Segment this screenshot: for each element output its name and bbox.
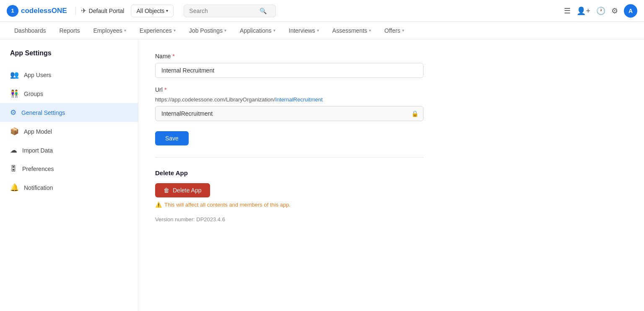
logo-icon: 1 <box>7 5 18 17</box>
lock-icon: 🔒 <box>411 110 418 117</box>
url-link[interactable]: InternalRecruitment <box>275 96 322 103</box>
search-bar: 🔍 <box>184 5 276 17</box>
gear-icon: ⚙ <box>10 108 16 117</box>
box-icon: 📦 <box>10 127 19 136</box>
url-display: https://app.codelessone.com/LibraryOrgan… <box>155 96 423 103</box>
logo[interactable]: 1 codelessONE <box>7 5 67 17</box>
nav-assessments[interactable]: Assessments ▾ <box>327 24 377 37</box>
chevron-down-icon: ▾ <box>174 28 176 33</box>
version-number: Version number: DP2023.4.6 <box>155 216 423 223</box>
chevron-down-icon: ▾ <box>124 28 126 33</box>
warning-text: ⚠️ This will affect all contents and mem… <box>155 202 423 208</box>
search-icon: 🔍 <box>260 8 267 14</box>
sidebar-item-app-model[interactable]: 📦 App Model <box>0 122 138 141</box>
sidebar-item-app-users[interactable]: 👥 App Users <box>0 65 138 84</box>
add-user-icon[interactable]: 👤+ <box>576 6 590 16</box>
chevron-down-icon: ▾ <box>166 8 168 13</box>
warning-icon: ⚠️ <box>155 202 162 208</box>
all-objects-dropdown[interactable]: All Objects ▾ <box>131 5 174 17</box>
nav-offers[interactable]: Offers ▾ <box>379 24 410 37</box>
sidebar-title: App Settings <box>0 49 138 65</box>
sidebar-item-label: Import Data <box>22 147 53 154</box>
navbar: Dashboards Reports Employees ▾ Experienc… <box>0 22 644 39</box>
nav-experiences[interactable]: Experiences ▾ <box>134 24 182 37</box>
layers-icon[interactable]: ☰ <box>564 6 571 16</box>
chevron-down-icon: ▾ <box>402 28 404 33</box>
name-input[interactable] <box>155 63 423 78</box>
sidebar-item-label: Groups <box>24 91 43 97</box>
name-label: Name * <box>155 53 423 60</box>
sidebar-item-general-settings[interactable]: ⚙ General Settings <box>0 103 138 122</box>
delete-section-title: Delete App <box>155 169 423 176</box>
name-field-group: Name * <box>155 53 423 78</box>
topbar: 1 codelessONE ✈ Default Portal All Objec… <box>0 0 644 22</box>
logo-text: codelessONE <box>21 7 67 15</box>
required-star: * <box>172 53 174 60</box>
sidebar-item-notification[interactable]: 🔔 Notification <box>0 178 138 197</box>
sidebar-item-preferences[interactable]: 🎛 Preferences <box>0 160 138 178</box>
nav-job-postings[interactable]: Job Postings ▾ <box>183 24 232 37</box>
chevron-down-icon: ▾ <box>273 28 275 33</box>
bell-icon: 🔔 <box>10 183 19 192</box>
portal-label: Default Portal <box>89 8 125 14</box>
settings-icon[interactable]: ⚙ <box>611 6 618 16</box>
required-star: * <box>164 86 166 93</box>
nav-reports[interactable]: Reports <box>54 24 86 37</box>
main-layout: App Settings 👥 App Users 👫 Groups ⚙ Gene… <box>0 39 644 311</box>
nav-applications[interactable]: Applications ▾ <box>234 24 281 37</box>
sidebar: App Settings 👥 App Users 👫 Groups ⚙ Gene… <box>0 39 138 311</box>
url-input-wrapper: 🔒 <box>155 106 423 121</box>
chevron-down-icon: ▾ <box>224 28 226 33</box>
upload-icon: ☁ <box>10 146 17 155</box>
topbar-right: ☰ 👤+ 🕐 ⚙ A <box>564 4 637 18</box>
content-area: Name * Url * https://app.codelessone.com… <box>138 39 644 311</box>
trash-icon: 🗑 <box>164 187 169 194</box>
url-label: Url * <box>155 86 423 93</box>
sliders-icon: 🎛 <box>10 165 17 173</box>
history-icon[interactable]: 🕐 <box>596 6 605 16</box>
url-field-group: Url * https://app.codelessone.com/Librar… <box>155 86 423 121</box>
sidebar-item-label: General Settings <box>21 109 65 116</box>
url-input[interactable] <box>155 106 423 121</box>
groups-icon: 👫 <box>10 89 19 98</box>
sidebar-item-groups[interactable]: 👫 Groups <box>0 84 138 103</box>
sidebar-item-import-data[interactable]: ☁ Import Data <box>0 141 138 160</box>
sidebar-item-label: Notification <box>24 184 53 191</box>
search-input[interactable] <box>189 8 256 14</box>
form-section: Name * Url * https://app.codelessone.com… <box>155 53 423 223</box>
chevron-down-icon: ▾ <box>369 28 371 33</box>
section-divider <box>155 157 423 158</box>
delete-app-button[interactable]: 🗑 Delete App <box>155 183 210 197</box>
portal-icon: ✈ <box>81 7 86 15</box>
nav-dashboards[interactable]: Dashboards <box>8 24 52 37</box>
save-button[interactable]: Save <box>155 131 189 145</box>
sidebar-item-label: Preferences <box>22 166 54 172</box>
nav-employees[interactable]: Employees ▾ <box>88 24 132 37</box>
users-icon: 👥 <box>10 70 19 79</box>
sidebar-item-label: App Model <box>24 128 52 135</box>
portal-section: ✈ Default Portal <box>75 7 125 15</box>
sidebar-item-label: App Users <box>24 72 51 78</box>
nav-interviews[interactable]: Interviews ▾ <box>283 24 325 37</box>
avatar[interactable]: A <box>624 4 637 18</box>
chevron-down-icon: ▾ <box>317 28 319 33</box>
